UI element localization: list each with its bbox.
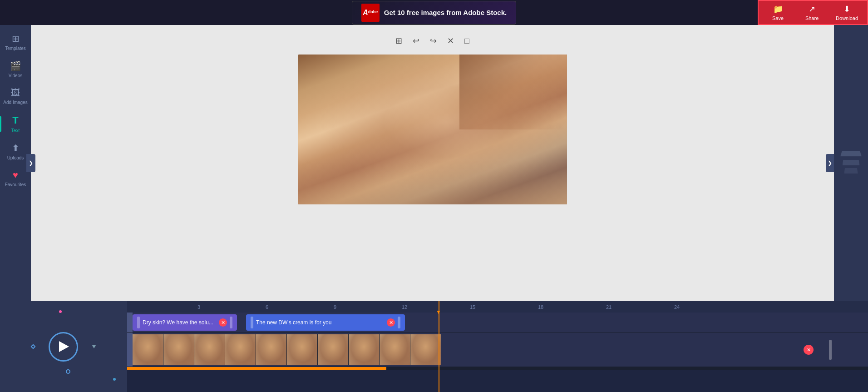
- uploads-icon: ⬆: [12, 143, 20, 154]
- add-images-icon: 🖼: [11, 88, 20, 98]
- ruler-mark-12: 12: [402, 304, 407, 310]
- ad-logo: Adobe: [361, 4, 380, 22]
- timeline: 3 6 9 12 15 18 21 24 Dry skin? We ha: [127, 301, 868, 392]
- redo-button[interactable]: ↪: [428, 34, 439, 48]
- layers-icon: [841, 152, 861, 174]
- ruler-mark-3: 3: [197, 304, 200, 310]
- video-thumb-10: [410, 334, 441, 365]
- share-label: Share: [805, 15, 819, 21]
- video-thumb-7: [318, 334, 349, 365]
- video-thumb-8: [349, 334, 380, 365]
- dots-row: [31, 332, 96, 362]
- segment-resize-right-2[interactable]: [398, 317, 400, 328]
- blue-dot: [113, 378, 116, 381]
- share-button[interactable]: ↗ Share: [795, 2, 829, 23]
- uploads-label: Uploads: [7, 155, 24, 160]
- grid-view-icon[interactable]: ⊞: [394, 34, 404, 48]
- video-thumb-3: [194, 334, 225, 365]
- text-segment-1-label: Dry skin? We have the solu...: [143, 319, 216, 326]
- sidebar-item-templates[interactable]: ⊞ Templates: [0, 30, 31, 55]
- diamond-icon: [30, 344, 35, 349]
- segment-resize-left-2[interactable]: [251, 317, 253, 328]
- ad-text: Get 10 free images from Adobe Stock.: [384, 9, 507, 16]
- save-label: Save: [772, 15, 784, 21]
- video-thumb-1: [133, 334, 163, 365]
- ruler-mark-21: 21: [606, 304, 612, 310]
- segment-resize-left-1[interactable]: [137, 317, 140, 328]
- text-icon: T: [12, 114, 18, 126]
- favourites-icon: ♥: [13, 170, 18, 180]
- pink-dot: [59, 310, 62, 313]
- ruler-mark-6: 6: [266, 304, 268, 310]
- video-thumb-4: [225, 334, 256, 365]
- circle-outline: [66, 369, 70, 374]
- text-segment-2-label: The new DW's cream is for you: [256, 319, 384, 326]
- save-icon: 📁: [773, 4, 783, 14]
- download-button[interactable]: ⬇ Download: [829, 2, 865, 23]
- save-button[interactable]: 📁 Save: [761, 2, 795, 23]
- add-images-label: Add Images: [3, 100, 27, 105]
- videos-icon: 🎬: [10, 60, 21, 71]
- download-label: Download: [836, 15, 858, 21]
- canvas-area: ⊞ ↩ ↪ ✕ □: [31, 25, 834, 301]
- progress-bar-fill: [127, 367, 386, 370]
- video-frame: [298, 55, 567, 204]
- undo-button[interactable]: ↩: [411, 34, 421, 48]
- track-handle-left-2[interactable]: [127, 333, 133, 367]
- left-sidebar: ⊞ Templates 🎬 Videos 🖼 Add Images T Text…: [0, 25, 31, 301]
- text-track: Dry skin? We have the solu... ✕ The new …: [127, 313, 868, 333]
- sidebar-item-videos[interactable]: 🎬 Videos: [0, 57, 31, 82]
- sidebar-item-text[interactable]: T Text: [0, 111, 31, 137]
- expand-canvas-button[interactable]: □: [463, 35, 471, 48]
- right-panel: ❯: [834, 25, 868, 301]
- video-thumb-6: [287, 334, 318, 365]
- ad-bar: Adobe Get 10 free images from Adobe Stoc…: [0, 0, 868, 25]
- templates-label: Templates: [5, 46, 26, 51]
- delete-segment-2-button[interactable]: ✕: [387, 318, 395, 327]
- play-triangle-icon: [59, 341, 69, 352]
- video-thumb-9: [380, 334, 410, 365]
- progress-bar[interactable]: [127, 367, 868, 370]
- favourites-label: Favourites: [5, 182, 26, 187]
- videos-label: Videos: [9, 73, 22, 78]
- text-label: Text: [11, 128, 20, 133]
- top-toolbar: 📁 Save ↗ Share ⬇ Download: [758, 0, 868, 25]
- sidebar-collapse-btn[interactable]: ❯: [26, 154, 35, 172]
- sidebar-item-add-images[interactable]: 🖼 Add Images: [0, 84, 31, 109]
- download-icon: ⬇: [843, 4, 850, 14]
- video-thumb-5: [256, 334, 287, 365]
- play-button[interactable]: [49, 332, 78, 362]
- templates-icon: ⊞: [12, 33, 20, 44]
- expand-right-button[interactable]: ❯: [826, 154, 834, 172]
- bottom-section: 3 6 9 12 15 18 21 24 Dry skin? We ha: [0, 301, 868, 392]
- play-controls: [0, 301, 127, 392]
- share-icon: ↗: [809, 4, 815, 14]
- ad-content[interactable]: Adobe Get 10 free images from Adobe Stoc…: [352, 1, 516, 25]
- segment-resize-right-1[interactable]: [230, 317, 232, 328]
- video-track: ✕: [127, 333, 868, 367]
- text-segment-2[interactable]: The new DW's cream is for you ✕: [246, 314, 405, 331]
- down-arrow-icon: [92, 345, 96, 348]
- video-resize-handle[interactable]: [829, 340, 832, 360]
- video-thumb-2: [163, 334, 194, 365]
- delete-video-segment-button[interactable]: ✕: [804, 345, 814, 355]
- ruler-mark-18: 18: [538, 304, 543, 310]
- ruler-mark-9: 9: [334, 304, 336, 310]
- video-placeholder: [298, 55, 567, 204]
- timeline-tracks: Dry skin? We have the solu... ✕ The new …: [127, 313, 868, 392]
- text-segment-1[interactable]: Dry skin? We have the solu... ✕: [133, 314, 237, 331]
- track-handle-left-1[interactable]: [127, 313, 133, 332]
- delete-segment-1-button[interactable]: ✕: [219, 318, 227, 327]
- ruler-mark-15: 15: [470, 304, 475, 310]
- ruler-mark-24: 24: [674, 304, 680, 310]
- canvas-toolbar: ⊞ ↩ ↪ ✕ □: [394, 34, 471, 48]
- playhead[interactable]: [439, 313, 439, 392]
- close-canvas-button[interactable]: ✕: [445, 34, 456, 48]
- main-area: ⊞ Templates 🎬 Videos 🖼 Add Images T Text…: [0, 25, 868, 301]
- timeline-ruler: 3 6 9 12 15 18 21 24: [127, 301, 868, 313]
